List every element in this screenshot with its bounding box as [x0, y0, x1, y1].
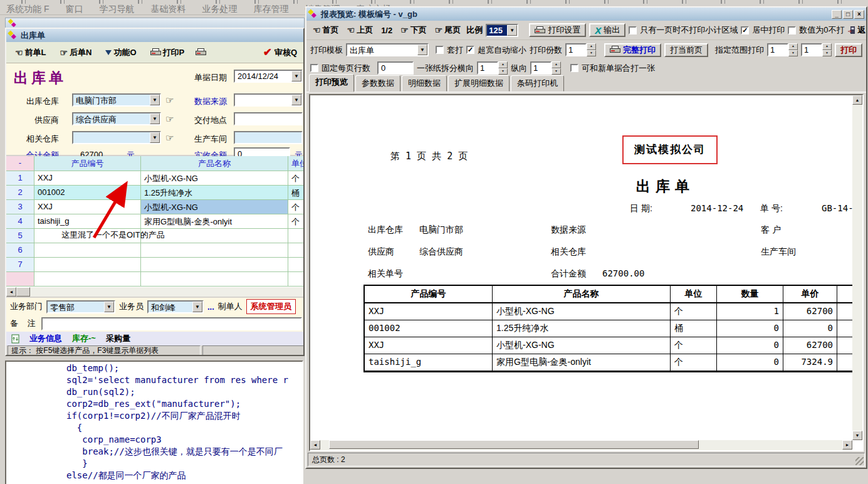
- zero-noprint-checkbox[interactable]: [788, 26, 796, 34]
- business-info-link[interactable]: 业务信息: [29, 333, 62, 344]
- scroll-left-icon[interactable]: ◄: [310, 440, 320, 450]
- spin-up-icon[interactable]: ▲: [788, 43, 798, 50]
- split-vertical-spinner[interactable]: 1▲▼: [530, 61, 561, 75]
- scroll-down-icon[interactable]: ▼: [852, 431, 862, 440]
- preview-horizontal-scrollbar[interactable]: ◄ ►: [310, 440, 852, 450]
- spin-up-icon[interactable]: ▲: [587, 43, 596, 50]
- scrollbar-thumb[interactable]: [329, 440, 699, 449]
- grid-row-8[interactable]: [6, 272, 305, 287]
- dept-combo[interactable]: 零售部▼: [46, 300, 115, 313]
- hand-picker-icon[interactable]: ☞: [165, 95, 174, 106]
- center-print-checkbox[interactable]: ✓: [741, 26, 749, 34]
- tab-barcode-printer[interactable]: 条码打印机: [511, 75, 564, 92]
- dropdown-arrow-icon[interactable]: ▼: [150, 113, 160, 124]
- split-horizontal-spinner[interactable]: 1▲▼: [477, 61, 508, 75]
- spin-down-icon[interactable]: ▼: [822, 50, 832, 57]
- maximize-button[interactable]: □: [843, 10, 853, 19]
- last-page-button[interactable]: ☞尾页: [432, 24, 464, 36]
- tab-parameter-data[interactable]: 参数数据: [355, 75, 400, 92]
- print-setup-button[interactable]: 打印设置: [529, 23, 586, 37]
- data-source-combo[interactable]: ▼: [234, 93, 303, 107]
- overlay-print-checkbox[interactable]: [436, 46, 444, 54]
- tab-print-preview[interactable]: 打印预览: [309, 74, 354, 92]
- more-button[interactable]: ...: [207, 302, 214, 312]
- scroll-up-icon[interactable]: ▲: [852, 95, 862, 105]
- menu-item-learn[interactable]: 学习导航: [99, 4, 134, 15]
- dropdown-arrow-icon[interactable]: ▼: [192, 302, 202, 312]
- back-button[interactable]: 返回R: [848, 24, 867, 36]
- minimize-button[interactable]: _: [832, 10, 842, 19]
- purchase-qty-link[interactable]: 采购量: [106, 333, 130, 344]
- menu-item-inventory[interactable]: 库存管理: [253, 4, 288, 15]
- menu-item-business[interactable]: 业务处理: [202, 4, 237, 15]
- copies-spinner[interactable]: 1▲▼: [565, 43, 596, 56]
- related-warehouse-combo[interactable]: ▼: [72, 131, 161, 144]
- print-range-button[interactable]: 打印: [835, 43, 862, 57]
- supplier-combo[interactable]: 综合供应商▼: [72, 112, 161, 125]
- stock-link[interactable]: 库存-~: [72, 333, 96, 344]
- spin-down-icon[interactable]: ▼: [552, 68, 561, 75]
- hand-picker-icon[interactable]: ☞: [165, 113, 174, 125]
- spin-down-icon[interactable]: ▼: [788, 50, 798, 57]
- dropdown-arrow-icon[interactable]: ▼: [291, 71, 301, 82]
- dropdown-arrow-icon[interactable]: ▼: [291, 95, 301, 105]
- no-subtotal-checkbox[interactable]: [629, 26, 637, 34]
- grid-row-3[interactable]: 3XXJ小型机-XG-NG个: [6, 200, 305, 214]
- spin-up-icon[interactable]: ▲: [822, 43, 832, 50]
- scrollbar-track[interactable]: [320, 440, 842, 450]
- grid-row-1[interactable]: 1XXJ小型机-XG-NG个: [6, 171, 305, 186]
- grid-horizontal-scrollbar[interactable]: ◄: [6, 287, 305, 297]
- grid-row-7[interactable]: 7: [6, 258, 305, 272]
- scale-combo[interactable]: 125▼: [486, 24, 518, 37]
- fixed-rows-checkbox[interactable]: [310, 64, 318, 72]
- merge-print-checkbox[interactable]: [570, 64, 578, 72]
- scrollbar-thumb[interactable]: [16, 287, 30, 297]
- printer-icon[interactable]: [196, 48, 206, 56]
- spin-down-icon[interactable]: ▼: [498, 68, 508, 75]
- range-to-spinner[interactable]: 1▲▼: [801, 43, 832, 56]
- grid-row-2[interactable]: 20010021.25升纯净水桶: [6, 186, 305, 200]
- tab-extended-detail-data[interactable]: 扩展明细数据: [448, 75, 510, 92]
- dropdown-arrow-icon[interactable]: ▼: [507, 25, 517, 36]
- menu-item-window[interactable]: 窗口: [65, 4, 83, 15]
- fixed-rows-input[interactable]: 0: [377, 61, 414, 75]
- preview-vertical-scrollbar[interactable]: ▲ ▼: [852, 95, 862, 440]
- menu-item-basedata[interactable]: 基础资料: [150, 4, 186, 15]
- range-from-spinner[interactable]: 1▲▼: [767, 43, 798, 56]
- dropdown-arrow-icon[interactable]: ▼: [104, 302, 114, 312]
- preview-window-titlebar[interactable]: ◆◆ 报表预览: 模板编号 - v_gb _ □ ×: [306, 8, 866, 21]
- print-current-page-button[interactable]: 打当前页: [664, 43, 708, 57]
- scroll-left-icon[interactable]: ◄: [6, 287, 16, 297]
- scroll-right-icon[interactable]: ►: [842, 440, 852, 450]
- remark-input[interactable]: [41, 317, 302, 330]
- dropdown-arrow-icon[interactable]: ▼: [417, 45, 427, 55]
- auto-shrink-checkbox[interactable]: ✓: [466, 46, 474, 54]
- template-combo[interactable]: 出库单▼: [346, 43, 429, 56]
- workshop-input[interactable]: [234, 131, 303, 144]
- outbound-window-titlebar[interactable]: ◆◆ 出库单: [6, 29, 303, 42]
- dropdown-arrow-icon[interactable]: ▼: [150, 132, 160, 143]
- code-editor-panel[interactable]: db_temp(); sql2='select manufacturer fro…: [5, 360, 303, 484]
- resize-grip[interactable]: [855, 457, 864, 465]
- tab-detail-data[interactable]: 明细数据: [402, 75, 447, 92]
- grid-row-6[interactable]: 6: [6, 243, 305, 258]
- next-page-button[interactable]: ☞下页: [398, 24, 429, 36]
- close-button[interactable]: ×: [854, 10, 864, 19]
- warehouse-combo[interactable]: 电脑门市部▼: [72, 93, 161, 107]
- spin-down-icon[interactable]: ▼: [587, 50, 596, 57]
- prev-page-button[interactable]: ☜上页: [345, 24, 376, 36]
- prev-order-button[interactable]: ☜前单L: [13, 47, 49, 58]
- menu-item-system[interactable]: 系统功能 F: [6, 4, 49, 15]
- export-button[interactable]: X输出: [589, 23, 625, 37]
- spin-up-icon[interactable]: ▲: [498, 61, 508, 68]
- audit-button[interactable]: ✔审核Q: [263, 46, 297, 59]
- first-page-button[interactable]: ☜首页: [310, 24, 342, 36]
- spin-up-icon[interactable]: ▲: [552, 61, 561, 68]
- dropdown-arrow-icon[interactable]: ▼: [150, 95, 160, 105]
- clerk-combo[interactable]: 和剑峰▼: [147, 300, 204, 313]
- date-combo[interactable]: 2014/12/24▼: [234, 70, 303, 83]
- print-button[interactable]: 打印P: [148, 47, 187, 58]
- next-order-button[interactable]: ☞后单N: [58, 47, 95, 58]
- functions-button[interactable]: 功能O: [103, 47, 139, 58]
- delivery-input[interactable]: [234, 112, 303, 125]
